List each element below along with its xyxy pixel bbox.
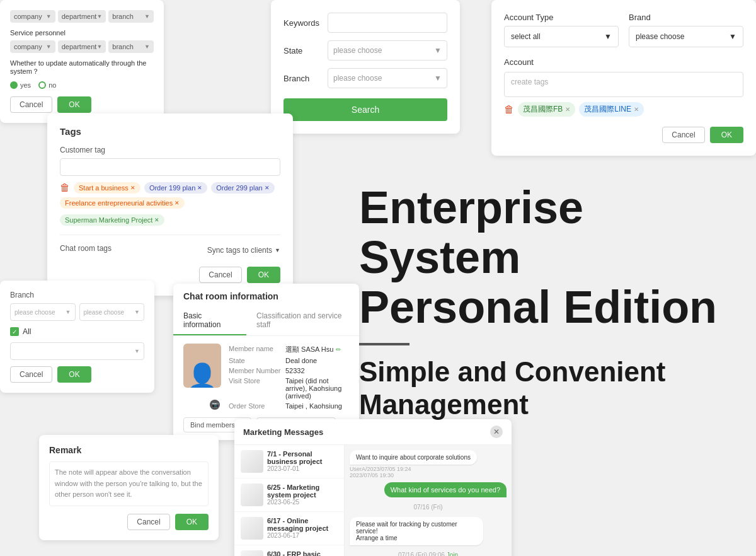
all-checkbox-row[interactable]: ✓ All <box>10 327 144 336</box>
account-tags-input-area[interactable]: create tags <box>504 72 743 97</box>
search-card: Keywords State please choose ▼ Branch pl… <box>271 0 460 134</box>
all-checkbox[interactable]: ✓ <box>10 327 19 336</box>
list-item[interactable]: 6/17 - Online messaging project 2023-06-… <box>234 512 344 545</box>
branch-label: Branch <box>284 74 328 83</box>
member-name-value: 選顯 SASA Hsu ✏ <box>285 344 349 356</box>
customer-tag-3[interactable]: Freelance entrepreneurial activities ✕ <box>60 197 185 209</box>
tag-4-close-icon[interactable]: ✕ <box>154 217 159 223</box>
keywords-input[interactable] <box>328 13 447 33</box>
remark-text: The note will appear above the conversat… <box>49 461 209 506</box>
state-arrow-icon: ▼ <box>434 46 442 55</box>
radio-no[interactable]: no <box>38 81 56 89</box>
msg-info-3: 6/30 - ERP basic system discount 2023-06… <box>267 550 338 556</box>
list-item[interactable]: 6/25 - Marketing system project 2023-06-… <box>234 478 344 512</box>
state-select[interactable]: please choose ▼ <box>328 40 447 61</box>
message-list: 7/1 - Personal business project 2023-07-… <box>234 445 345 556</box>
brand-arrow-icon: ▼ <box>729 32 736 41</box>
customer-tags-input[interactable] <box>60 158 280 176</box>
tags-title: Tags <box>60 126 280 137</box>
tags-card: Tags Customer tag 🗑 Start a business ✕ O… <box>47 113 293 296</box>
account-type-select[interactable]: select all ▼ <box>504 26 619 47</box>
marketing-close-button[interactable]: ✕ <box>490 426 503 438</box>
chat-room-tags-label: Chat room tags <box>60 244 112 253</box>
department-select[interactable]: department ▼ <box>58 10 106 23</box>
remark-title: Remark <box>49 445 209 455</box>
chat-divider: 07/16 (Fri) 09:06 Join <box>350 552 507 556</box>
service-personnel-label: Service personnel <box>10 29 154 37</box>
brand-label: Brand <box>629 13 743 22</box>
customer-tag-2[interactable]: Order 299 plan ✕ <box>211 182 274 194</box>
department-select2[interactable]: department ▼ <box>58 40 106 53</box>
sync-select[interactable]: Sync tags to clients ▼ <box>207 246 280 255</box>
tag-line-close-icon[interactable]: ✕ <box>634 106 639 113</box>
tag-0-close-icon[interactable]: ✕ <box>130 185 135 191</box>
search-button[interactable]: Search <box>284 98 447 121</box>
branch-cancel-button[interactable]: Cancel <box>10 366 52 383</box>
account-type-field: Account Type select all ▼ <box>504 13 619 47</box>
branch-mini-select2[interactable]: please choose ▼ <box>79 303 145 321</box>
chat-messages: Want to inquire about corporate solution… <box>345 445 512 556</box>
tab-basic-info[interactable]: Basic information <box>173 306 246 335</box>
radio-yes[interactable]: yes <box>10 81 31 89</box>
list-item[interactable]: 6/30 - ERP basic system discount 2023-06… <box>234 545 344 556</box>
hero-subtitle: Simple and Convenient Management <box>359 356 750 422</box>
branch-row: Branch please choose ▼ <box>284 68 447 88</box>
remark-btn-row: Cancel OK <box>49 514 209 530</box>
service-cancel-button[interactable]: Cancel <box>10 96 52 113</box>
tag-chip-line[interactable]: 茂昌國際LINE ✕ <box>579 102 644 117</box>
chat-message: What kind of services do you need? <box>384 482 507 497</box>
branch-btn-row: Cancel OK <box>10 366 144 383</box>
branch-mini-select1[interactable]: please choose ▼ <box>10 303 76 321</box>
tags-ok-button[interactable]: OK <box>247 267 280 283</box>
member-info: Member name 選顯 SASA Hsu ✏ State Deal don… <box>229 344 349 411</box>
company-select2[interactable]: company ▼ <box>10 40 55 53</box>
brand-select[interactable]: please choose ▼ <box>629 26 743 47</box>
remark-ok-button[interactable]: OK <box>175 514 209 530</box>
tags-cancel-button[interactable]: Cancel <box>199 267 241 283</box>
account-type-label: Account Type <box>504 13 619 22</box>
chat-message: Want to inquire about corporate solution… <box>350 450 477 478</box>
msg-info-2: 6/17 - Online messaging project 2023-06-… <box>267 517 338 539</box>
member-number-value: 52332 <box>285 366 349 376</box>
branch-select[interactable]: branch ▼ <box>108 10 154 23</box>
enterprise-title: Enterprise System Personal Edition <box>359 183 750 333</box>
account-cancel-button[interactable]: Cancel <box>662 127 704 143</box>
branch-select-search[interactable]: please choose ▼ <box>328 68 447 88</box>
tag-chip-fb[interactable]: 茂昌國際FB ✕ <box>518 102 575 117</box>
join-link[interactable]: Join <box>447 552 458 556</box>
trash-icon[interactable]: 🗑 <box>504 104 514 115</box>
customer-tag-1[interactable]: Order 199 plan ✕ <box>144 182 207 194</box>
company-select[interactable]: company ▼ <box>10 10 55 23</box>
branch-ok-button[interactable]: OK <box>57 366 91 383</box>
member-number-row: Member Number 52332 <box>229 366 349 376</box>
camera-icon[interactable]: 📷 <box>210 400 220 410</box>
edit-icon[interactable]: ✏ <box>336 346 341 353</box>
tag-1-close-icon[interactable]: ✕ <box>197 185 202 191</box>
list-item[interactable]: 7/1 - Personal business project 2023-07-… <box>234 445 344 478</box>
remark-cancel-button[interactable]: Cancel <box>127 514 169 530</box>
customer-tag-4[interactable]: Superman Marketing Project ✕ <box>60 214 164 226</box>
msg-thumb-0 <box>241 450 263 473</box>
visit-store-row: Visit Store Taipei (did not arrive), Kao… <box>229 376 349 401</box>
customer-tag-0[interactable]: Start a business ✕ <box>74 182 140 194</box>
state-row: State please choose ▼ <box>284 40 447 61</box>
tag-3-close-icon[interactable]: ✕ <box>175 200 180 206</box>
top-dropdowns-row: company ▼ department ▼ branch ▼ <box>10 10 154 23</box>
company2-arrow-icon: ▼ <box>46 43 52 50</box>
branch-dropdown[interactable]: ▼ <box>10 342 144 360</box>
branch-select2[interactable]: branch ▼ <box>108 40 154 53</box>
account-ok-button[interactable]: OK <box>710 127 743 143</box>
state-row-info: State Deal done <box>229 356 349 366</box>
radio-no-dot <box>38 81 46 89</box>
member-name-label: Member name <box>229 344 285 356</box>
avatar: 👤 <box>183 344 221 388</box>
state-info-label: State <box>229 356 285 366</box>
tag-fb-close-icon[interactable]: ✕ <box>565 106 570 113</box>
customer-trash-icon[interactable]: 🗑 <box>60 182 70 194</box>
account-tags-row: 🗑 茂昌國際FB ✕ 茂昌國際LINE ✕ <box>504 102 743 117</box>
hero-text-area: Enterprise System Personal Edition Simpl… <box>359 183 750 422</box>
member-name-row: Member name 選顯 SASA Hsu ✏ <box>229 344 349 356</box>
service-ok-button[interactable]: OK <box>57 96 91 113</box>
tag-2-close-icon[interactable]: ✕ <box>265 185 270 191</box>
tab-classification[interactable]: Classification and service staff <box>246 306 359 335</box>
